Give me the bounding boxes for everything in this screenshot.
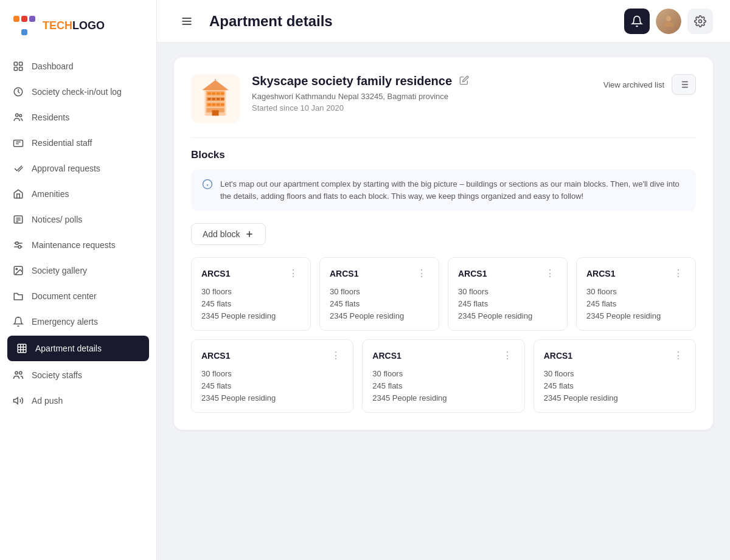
- block-header: ARCS1 ⋮: [586, 268, 686, 280]
- add-block-label: Add block: [203, 229, 240, 239]
- edit-society-button[interactable]: [458, 74, 470, 88]
- svg-rect-48: [212, 103, 215, 106]
- block-menu-button[interactable]: ⋮: [543, 268, 557, 280]
- wrench-icon: [12, 239, 24, 251]
- society-name-row: Skyscape society family residence: [252, 74, 591, 88]
- svg-rect-49: [217, 103, 220, 106]
- megaphone-icon: [12, 395, 24, 407]
- refresh-icon: [12, 86, 24, 98]
- sidebar-item-society-gallery[interactable]: Society gallery: [0, 258, 156, 283]
- user-avatar-button[interactable]: [656, 9, 681, 34]
- block-menu-button[interactable]: ⋮: [671, 268, 686, 280]
- sidebar-item-residents[interactable]: Residents: [0, 105, 156, 130]
- block-flats: 245 flats: [586, 299, 686, 308]
- block-floors: 30 floors: [544, 369, 686, 378]
- nav-list: Dashboard Society check-in/out log Resid…: [0, 49, 156, 560]
- list-toggle-button[interactable]: [672, 74, 696, 95]
- block-menu-button[interactable]: ⋮: [414, 268, 429, 280]
- block-menu-button[interactable]: ⋮: [286, 268, 301, 280]
- society-info: Skyscape society family residence Kagesh…: [252, 74, 591, 112]
- sidebar-label: Amenities: [32, 189, 69, 199]
- bell-alert-icon: [12, 316, 24, 328]
- society-building-icon: [191, 74, 240, 123]
- block-card: ARCS1 ⋮ 30 floors 245 flats 2345 People …: [576, 257, 696, 331]
- society-address: Kageshwori Kathmandu Nepal 33245, Bagmat…: [252, 92, 591, 101]
- svg-rect-1: [19, 62, 23, 65]
- block-people: 2345 People residing: [458, 311, 557, 320]
- block-flats: 245 flats: [544, 381, 686, 390]
- sidebar-label: Apartment details: [35, 344, 102, 353]
- notifications-button[interactable]: [624, 9, 650, 34]
- info-icon: [202, 179, 213, 192]
- blocks-title: Blocks: [191, 149, 696, 161]
- block-name: ARCS1: [201, 269, 230, 278]
- svg-rect-43: [207, 98, 210, 100]
- svg-rect-47: [207, 103, 210, 106]
- block-header: ARCS1 ⋮: [201, 350, 343, 362]
- block-header: ARCS1 ⋮: [330, 268, 429, 280]
- image-icon: [12, 264, 24, 277]
- block-header: ARCS1 ⋮: [458, 268, 557, 280]
- info-banner: Let's map out our apartment complex by s…: [191, 170, 696, 211]
- svg-point-32: [699, 19, 702, 22]
- society-since: Started since 10 Jan 2020: [252, 103, 591, 112]
- svg-rect-46: [221, 98, 224, 100]
- blocks-row-2: ARCS1 ⋮ 30 floors 245 flats 2345 People …: [191, 339, 696, 413]
- block-people: 2345 People residing: [330, 311, 429, 320]
- sidebar-item-ad-push[interactable]: Ad push: [0, 388, 156, 413]
- sidebar-label: Dashboard: [32, 61, 74, 71]
- blocks-row-1: ARCS1 ⋮ 30 floors 245 flats 2345 People …: [191, 257, 696, 331]
- home-icon: [12, 188, 24, 200]
- sidebar-item-amenities[interactable]: Amenities: [0, 181, 156, 207]
- avatar: [656, 9, 681, 34]
- svg-marker-52: [202, 80, 229, 90]
- block-menu-button[interactable]: ⋮: [500, 350, 515, 362]
- block-name: ARCS1: [544, 351, 572, 361]
- svg-line-10: [18, 167, 23, 172]
- sidebar-label: Maintenance requests: [32, 240, 116, 250]
- sidebar-item-emergency-alerts[interactable]: Emergency alerts: [0, 309, 156, 334]
- sidebar-item-residential-staff[interactable]: Residential staff: [0, 130, 156, 156]
- society-header: Skyscape society family residence Kagesh…: [191, 74, 696, 123]
- sidebar-item-check-in-out[interactable]: Society check-in/out log: [0, 79, 156, 105]
- block-flats: 245 flats: [201, 381, 343, 390]
- sidebar-item-document-center[interactable]: Document center: [0, 283, 156, 309]
- block-card: ARCS1 ⋮ 30 floors 245 flats 2345 People …: [191, 339, 353, 413]
- grid-icon: [12, 60, 24, 72]
- logo-text: TECHLOGO: [43, 19, 105, 32]
- block-header: ARCS1 ⋮: [372, 350, 514, 362]
- svg-rect-50: [221, 103, 224, 106]
- sidebar-label: Document center: [32, 291, 97, 301]
- block-menu-button[interactable]: ⋮: [671, 350, 686, 362]
- topbar-actions: [624, 9, 713, 34]
- block-floors: 30 floors: [458, 287, 557, 296]
- sidebar-item-society-staffs[interactable]: Society staffs: [0, 362, 156, 388]
- svg-marker-27: [14, 398, 18, 404]
- sidebar-item-approval-requests[interactable]: Approval requests: [0, 156, 156, 181]
- sidebar-item-maintenance-requests[interactable]: Maintenance requests: [0, 232, 156, 258]
- sidebar-item-apartment-details[interactable]: Apartment details: [7, 336, 149, 361]
- topbar: Apartment details: [157, 0, 730, 43]
- sidebar-label: Ad push: [32, 396, 63, 406]
- svg-point-6: [19, 114, 22, 117]
- svg-rect-41: [217, 92, 220, 95]
- info-text: Let's map out our apartment complex by s…: [220, 178, 685, 202]
- block-menu-button[interactable]: ⋮: [328, 350, 343, 362]
- sidebar-label: Residents: [32, 112, 69, 122]
- add-block-button[interactable]: Add block: [191, 223, 266, 245]
- view-archived-link[interactable]: View archived list: [603, 80, 664, 89]
- header-actions: View archived list: [603, 74, 696, 95]
- block-card: ARCS1 ⋮ 30 floors 245 flats 2345 People …: [534, 339, 696, 413]
- block-header: ARCS1 ⋮: [544, 350, 686, 362]
- svg-rect-0: [14, 62, 17, 65]
- sidebar-item-dashboard[interactable]: Dashboard: [0, 54, 156, 79]
- svg-rect-3: [19, 67, 23, 71]
- sidebar-item-notices-polls[interactable]: Notices/ polls: [0, 207, 156, 232]
- svg-point-5: [16, 114, 19, 117]
- logo-area: TECHLOGO: [0, 0, 156, 49]
- settings-button[interactable]: [687, 9, 713, 34]
- svg-rect-20: [18, 344, 26, 353]
- menu-toggle-button[interactable]: [174, 9, 200, 34]
- content-area: Skyscape society family residence Kagesh…: [157, 43, 730, 560]
- main-card: Skyscape society family residence Kagesh…: [174, 57, 713, 430]
